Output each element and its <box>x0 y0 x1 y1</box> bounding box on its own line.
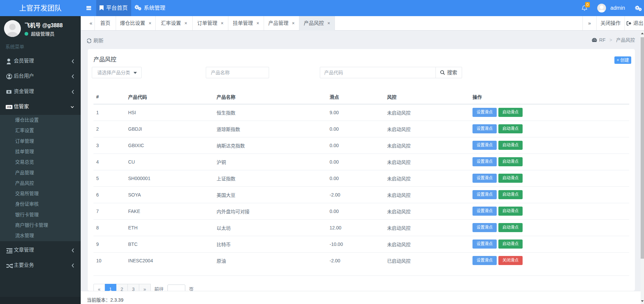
svg-text:JCB: JCB <box>7 106 11 108</box>
